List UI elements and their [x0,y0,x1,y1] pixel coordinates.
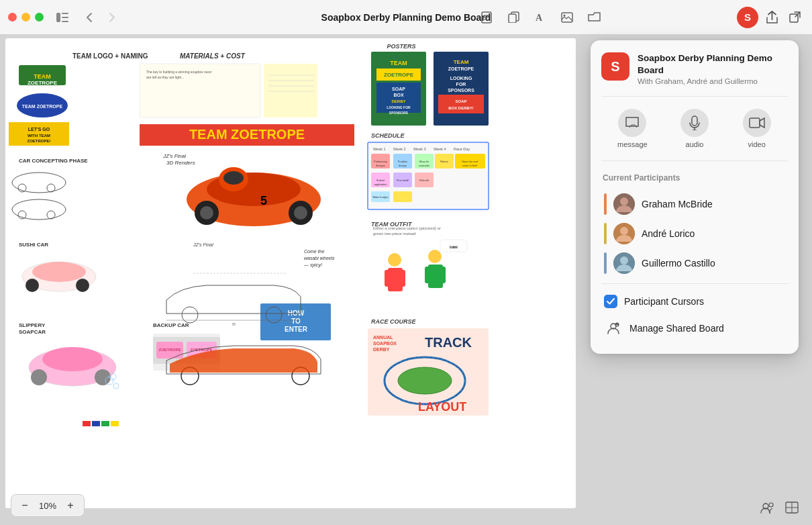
grid-view-icon[interactable] [782,498,801,517]
svg-text:SUSHI CAR: SUSHI CAR [19,242,48,248]
svg-text:ZOETROPE: ZOETROPE [28,80,58,86]
svg-rect-171 [750,118,760,128]
share-button[interactable] [762,8,781,27]
svg-text:JZ's Final: JZ's Final [193,242,213,247]
audio-button[interactable]: audio [664,103,726,154]
svg-text:come in first!: come in first! [462,164,478,167]
zoom-in-button[interactable]: + [62,497,79,514]
nav-arrows [79,8,123,27]
svg-point-177 [620,256,628,265]
svg-text:Week 1: Week 1 [373,147,386,151]
svg-text:TO: TO [291,318,301,325]
close-button[interactable] [8,13,17,21]
svg-text:The key to building a winning : The key to building a winning soapbox ra… [146,70,212,74]
svg-text:Race Day: Race Day [454,147,470,151]
svg-point-173 [620,197,628,205]
image-icon[interactable] [558,8,576,27]
svg-point-112 [428,250,442,263]
user-avatar-button[interactable]: S [737,7,758,28]
svg-text:SOAP: SOAP [455,99,466,103]
svg-rect-111 [399,270,405,287]
message-button[interactable]: message [601,103,664,154]
manage-board-label: Manage Shared Board [629,323,724,334]
svg-point-108 [388,253,401,267]
svg-text:ZOETROPE: ZOETROPE [384,72,414,78]
participant-cursors-row[interactable]: Participant Cursors [601,289,788,314]
svg-text:TEAM LOGO + NAMING: TEAM LOGO + NAMING [72,52,148,60]
maximize-button[interactable] [35,13,44,21]
svg-text:Retina: Retina [440,160,448,163]
svg-text:SOAPCAR: SOAPCAR [19,329,46,335]
message-icon [618,109,646,137]
svg-text:SOAPBOX: SOAPBOX [373,341,397,346]
svg-text:FOR: FOR [456,82,466,87]
svg-text:LOOKING: LOOKING [450,76,472,81]
svg-point-65 [12,173,66,193]
svg-rect-167 [101,421,109,426]
svg-text:materials: materials [419,164,429,167]
svg-text:DERBY: DERBY [373,347,390,352]
svg-text:LOOKING FOR: LOOKING FOR [387,105,411,109]
collaborators-icon[interactable] [758,498,777,517]
audio-icon [680,109,709,137]
panel-header: S Soapbox Derby Planning Demo Board With… [601,52,788,85]
svg-text:Week 4: Week 4 [434,147,446,151]
svg-text:TEAM: TEAM [454,59,469,65]
zoom-out-button[interactable]: − [17,497,33,514]
bottom-right-toolbar [758,498,801,517]
svg-text:ZOETROPE!: ZOETROPE! [27,139,50,143]
folder-icon[interactable] [585,8,603,27]
back-button[interactable] [80,8,99,27]
svg-text:application: application [374,183,387,186]
svg-text:5: 5 [260,194,267,207]
svg-text:Come the: Come the [304,249,324,254]
participant-graham: Graham McBride [601,189,788,219]
titlebar: Soapbox Derby Planning Demo Board A S [0,0,812,35]
svg-text:TEAM ZOETROPE: TEAM ZOETROPE [22,104,63,109]
participant-cursors-checkbox[interactable] [604,295,617,308]
video-label: video [748,140,766,148]
svg-text:ZOETROPE: ZOETROPE [190,348,212,352]
svg-rect-2 [62,17,68,18]
svg-point-67 [47,184,55,192]
video-icon [743,109,771,137]
participant-color-andre [604,223,607,244]
svg-text:LAYOUT: LAYOUT [418,400,466,414]
avatar-guillermo [613,252,635,274]
svg-text:Preliminary: Preliminary [374,160,387,163]
svg-text:Make budget: Make budget [372,195,389,199]
svg-text:BOX DERBY!: BOX DERBY! [448,106,474,110]
panel-logo: S [601,52,629,81]
svg-text:RACE COURSE: RACE COURSE [371,318,417,325]
svg-text:SPONSORS: SPONSORS [389,111,409,115]
svg-text:First build!: First build! [397,179,409,182]
participant-name-guillermo: Guillermo Castillo [642,258,715,269]
doc-icon[interactable] [477,8,496,27]
svg-text:green two-piece instead: green two-piece instead [373,232,416,236]
svg-text:78: 78 [232,322,236,326]
svg-text:Finalize: Finalize [398,160,408,163]
forward-button[interactable] [103,8,121,27]
svg-text:LET'S GO: LET'S GO [28,127,50,132]
video-button[interactable]: video [725,103,788,154]
svg-text:SLIPPERY: SLIPPERY [19,322,46,328]
svg-text:MATERIALS + COST: MATERIALS + COST [180,52,246,60]
participant-name-andre: André Lorico [642,228,695,239]
svg-point-62 [223,171,244,185]
svg-text:ZOETROPE: ZOETROPE [448,66,474,71]
svg-text:WITH TEAM: WITH TEAM [28,134,50,138]
participant-guillermo: Guillermo Castillo [601,248,788,278]
external-link-button[interactable] [785,8,804,27]
participant-color-guillermo [604,252,607,274]
copy-icon[interactable] [504,8,523,27]
svg-text:— spicy!: — spicy! [303,262,322,268]
svg-text:Submit: Submit [376,179,385,182]
traffic-lights [8,13,44,21]
divider [601,283,788,284]
manage-board-row[interactable]: + Manage Shared Board [601,314,788,343]
sidebar-toggle-icon[interactable] [53,8,72,27]
text-icon[interactable]: A [531,8,550,27]
panel-title-block: Soapbox Derby Planning Demo Board With G… [638,52,788,85]
zoom-value[interactable]: 10% [36,501,60,511]
minimize-button[interactable] [21,13,30,21]
